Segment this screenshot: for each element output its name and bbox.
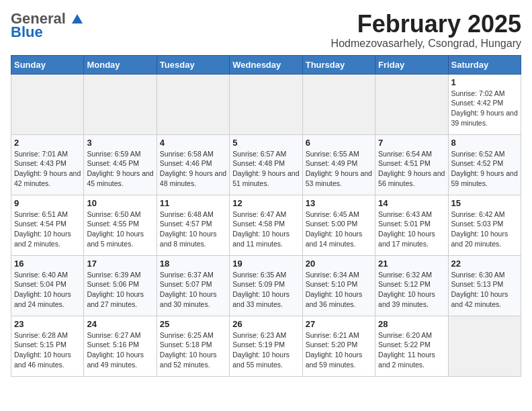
calendar-header-thursday: Thursday — [302, 55, 375, 74]
calendar-cell: 13Sunrise: 6:45 AM Sunset: 5:00 PM Dayli… — [302, 195, 375, 255]
day-number: 12 — [232, 198, 299, 208]
calendar-cell: 5Sunrise: 6:57 AM Sunset: 4:48 PM Daylig… — [230, 134, 302, 195]
calendar-cell: 18Sunrise: 6:37 AM Sunset: 5:07 PM Dayli… — [157, 255, 229, 316]
calendar-week-row: 9Sunrise: 6:51 AM Sunset: 4:54 PM Daylig… — [11, 195, 521, 255]
day-info: Sunrise: 6:40 AM Sunset: 5:04 PM Dayligh… — [14, 270, 81, 310]
calendar-header-tuesday: Tuesday — [157, 55, 229, 74]
day-number: 22 — [451, 259, 518, 269]
day-number: 24 — [87, 319, 153, 329]
calendar-cell — [375, 74, 448, 134]
calendar-header-wednesday: Wednesday — [230, 55, 302, 74]
day-number: 1 — [451, 77, 518, 87]
calendar-cell — [84, 74, 157, 134]
day-info: Sunrise: 6:54 AM Sunset: 4:51 PM Dayligh… — [378, 149, 445, 189]
logo-blue-label: Blue — [11, 24, 43, 40]
day-info: Sunrise: 6:48 AM Sunset: 4:57 PM Dayligh… — [160, 210, 226, 249]
day-info: Sunrise: 6:28 AM Sunset: 5:15 PM Dayligh… — [14, 330, 81, 370]
calendar-cell: 25Sunrise: 6:25 AM Sunset: 5:18 PM Dayli… — [157, 316, 229, 376]
day-info: Sunrise: 6:55 AM Sunset: 4:49 PM Dayligh… — [306, 149, 372, 189]
calendar-header-monday: Monday — [84, 55, 157, 74]
day-info: Sunrise: 7:01 AM Sunset: 4:43 PM Dayligh… — [14, 149, 81, 189]
day-number: 20 — [306, 259, 372, 269]
day-number: 26 — [232, 319, 299, 329]
calendar-title: February 2025 — [331, 11, 521, 38]
day-number: 7 — [378, 138, 445, 148]
calendar-cell: 28Sunrise: 6:20 AM Sunset: 5:22 PM Dayli… — [375, 316, 448, 376]
day-number: 6 — [306, 138, 372, 148]
day-number: 16 — [14, 259, 81, 269]
calendar-header-saturday: Saturday — [448, 55, 521, 74]
day-info: Sunrise: 6:34 AM Sunset: 5:10 PM Dayligh… — [306, 270, 372, 310]
day-info: Sunrise: 7:02 AM Sunset: 4:42 PM Dayligh… — [451, 89, 518, 128]
day-number: 2 — [14, 138, 81, 148]
day-number: 23 — [14, 319, 81, 329]
day-info: Sunrise: 6:39 AM Sunset: 5:06 PM Dayligh… — [87, 270, 153, 310]
day-number: 8 — [451, 138, 518, 148]
day-info: Sunrise: 6:30 AM Sunset: 5:13 PM Dayligh… — [451, 270, 518, 310]
day-info: Sunrise: 6:51 AM Sunset: 4:54 PM Dayligh… — [14, 210, 81, 249]
calendar-week-row: 16Sunrise: 6:40 AM Sunset: 5:04 PM Dayli… — [11, 255, 521, 316]
calendar-header-sunday: Sunday — [11, 55, 84, 74]
calendar-header-friday: Friday — [375, 55, 448, 74]
calendar-cell: 4Sunrise: 6:58 AM Sunset: 4:46 PM Daylig… — [157, 134, 229, 195]
day-info: Sunrise: 6:35 AM Sunset: 5:09 PM Dayligh… — [232, 270, 299, 310]
logo-blue-text — [66, 10, 84, 27]
calendar-cell — [157, 74, 229, 134]
day-number: 4 — [160, 138, 226, 148]
calendar-cell — [230, 74, 302, 134]
day-number: 9 — [14, 198, 81, 208]
day-number: 11 — [160, 198, 226, 208]
calendar-cell: 21Sunrise: 6:32 AM Sunset: 5:12 PM Dayli… — [375, 255, 448, 316]
day-number: 14 — [378, 198, 445, 208]
day-info: Sunrise: 6:25 AM Sunset: 5:18 PM Dayligh… — [160, 330, 226, 370]
logo: General Blue — [11, 11, 84, 40]
calendar-cell: 17Sunrise: 6:39 AM Sunset: 5:06 PM Dayli… — [84, 255, 157, 316]
title-block: February 2025 Hodmezovasarhely, Csongrad… — [331, 11, 521, 50]
day-info: Sunrise: 6:21 AM Sunset: 5:20 PM Dayligh… — [306, 330, 372, 370]
svg-marker-0 — [72, 14, 83, 24]
calendar-cell: 6Sunrise: 6:55 AM Sunset: 4:49 PM Daylig… — [302, 134, 375, 195]
calendar-cell — [302, 74, 375, 134]
day-info: Sunrise: 6:58 AM Sunset: 4:46 PM Dayligh… — [160, 149, 226, 189]
calendar-cell: 19Sunrise: 6:35 AM Sunset: 5:09 PM Dayli… — [230, 255, 302, 316]
calendar-cell: 11Sunrise: 6:48 AM Sunset: 4:57 PM Dayli… — [157, 195, 229, 255]
calendar-cell: 20Sunrise: 6:34 AM Sunset: 5:10 PM Dayli… — [302, 255, 375, 316]
calendar-cell: 3Sunrise: 6:59 AM Sunset: 4:45 PM Daylig… — [84, 134, 157, 195]
day-number: 15 — [451, 198, 518, 208]
day-info: Sunrise: 6:32 AM Sunset: 5:12 PM Dayligh… — [378, 270, 445, 310]
calendar-cell: 27Sunrise: 6:21 AM Sunset: 5:20 PM Dayli… — [302, 316, 375, 376]
calendar-week-row: 2Sunrise: 7:01 AM Sunset: 4:43 PM Daylig… — [11, 134, 521, 195]
day-number: 3 — [87, 138, 153, 148]
day-info: Sunrise: 6:20 AM Sunset: 5:22 PM Dayligh… — [378, 330, 445, 370]
day-info: Sunrise: 6:57 AM Sunset: 4:48 PM Dayligh… — [232, 149, 299, 189]
calendar-week-row: 23Sunrise: 6:28 AM Sunset: 5:15 PM Dayli… — [11, 316, 521, 376]
day-number: 27 — [306, 319, 372, 329]
day-number: 28 — [378, 319, 445, 329]
calendar-cell: 24Sunrise: 6:27 AM Sunset: 5:16 PM Dayli… — [84, 316, 157, 376]
calendar-cell: 2Sunrise: 7:01 AM Sunset: 4:43 PM Daylig… — [11, 134, 84, 195]
day-info: Sunrise: 6:43 AM Sunset: 5:01 PM Dayligh… — [378, 210, 445, 249]
day-number: 25 — [160, 319, 226, 329]
day-info: Sunrise: 6:45 AM Sunset: 5:00 PM Dayligh… — [306, 210, 372, 249]
logo-icon — [71, 13, 84, 26]
calendar-cell: 14Sunrise: 6:43 AM Sunset: 5:01 PM Dayli… — [375, 195, 448, 255]
day-info: Sunrise: 6:52 AM Sunset: 4:52 PM Dayligh… — [451, 149, 518, 189]
day-number: 18 — [160, 259, 226, 269]
calendar-cell: 23Sunrise: 6:28 AM Sunset: 5:15 PM Dayli… — [11, 316, 84, 376]
calendar-cell: 10Sunrise: 6:50 AM Sunset: 4:55 PM Dayli… — [84, 195, 157, 255]
day-info: Sunrise: 6:27 AM Sunset: 5:16 PM Dayligh… — [87, 330, 153, 370]
day-number: 21 — [378, 259, 445, 269]
calendar-table: SundayMondayTuesdayWednesdayThursdayFrid… — [11, 55, 521, 377]
day-info: Sunrise: 6:59 AM Sunset: 4:45 PM Dayligh… — [87, 149, 153, 189]
day-number: 13 — [306, 198, 372, 208]
day-info: Sunrise: 6:23 AM Sunset: 5:19 PM Dayligh… — [232, 330, 299, 370]
day-number: 19 — [232, 259, 299, 269]
calendar-subtitle: Hodmezovasarhely, Csongrad, Hungary — [331, 38, 521, 50]
day-number: 17 — [87, 259, 153, 269]
calendar-cell: 15Sunrise: 6:42 AM Sunset: 5:03 PM Dayli… — [448, 195, 521, 255]
day-info: Sunrise: 6:37 AM Sunset: 5:07 PM Dayligh… — [160, 270, 226, 310]
calendar-cell: 22Sunrise: 6:30 AM Sunset: 5:13 PM Dayli… — [448, 255, 521, 316]
day-number: 10 — [87, 198, 153, 208]
calendar-cell — [448, 316, 521, 376]
calendar-cell: 12Sunrise: 6:47 AM Sunset: 4:58 PM Dayli… — [230, 195, 302, 255]
